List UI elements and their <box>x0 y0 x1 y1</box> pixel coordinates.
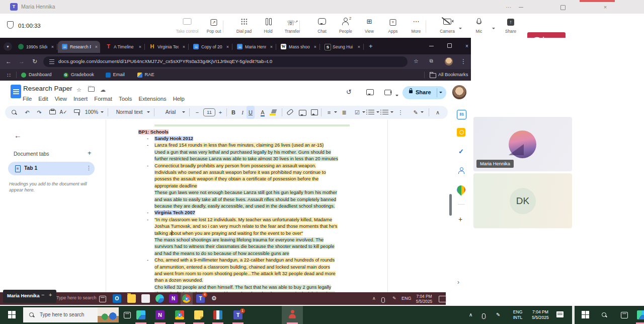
tab-close-icon[interactable]: × <box>270 43 273 50</box>
meet-video-icon[interactable] <box>384 90 391 95</box>
tab-close-icon[interactable]: × <box>358 43 360 50</box>
menu-help[interactable]: Help <box>173 96 185 102</box>
search-menus-icon[interactable] <box>12 110 16 114</box>
bookmark-item[interactable]: Dashboard <box>21 71 51 79</box>
document-line[interactable]: further restricted because Lanza was abl… <box>154 156 338 162</box>
underline-button[interactable]: U <box>247 106 255 119</box>
sticky-notes-icon[interactable] <box>194 310 203 319</box>
insert-link-icon[interactable] <box>286 109 293 116</box>
docs-share-button[interactable]: Share <box>403 86 446 99</box>
profile-avatar[interactable] <box>445 57 453 66</box>
document-line[interactable]: Joshua Turnovak, and so i can very much … <box>154 223 338 230</box>
font-size-field[interactable]: 11 <box>203 108 215 116</box>
bulleted-list-icon[interactable] <box>368 110 374 114</box>
comments-icon[interactable] <box>366 89 374 95</box>
close-button[interactable]: × <box>600 3 611 11</box>
browser-tab[interactable]: Maria Henni× <box>233 41 275 53</box>
task-view-icon[interactable] <box>124 312 131 318</box>
all-bookmarks-label[interactable]: All Bookmarks <box>438 71 468 79</box>
browser-tab[interactable]: HVirginia Tech× <box>145 41 188 53</box>
tab-options-icon[interactable]: ⋮ <box>86 165 92 171</box>
insert-image-icon[interactable] <box>311 109 318 115</box>
tab-close-icon[interactable]: × <box>139 43 141 50</box>
share-button[interactable]: ↑ Share <box>499 16 522 36</box>
browser-tab[interactable]: SSeung Hui C× <box>320 41 363 53</box>
site-info-icon[interactable] <box>49 59 54 64</box>
document-line[interactable]: These gun laws were not enough because L… <box>154 189 337 196</box>
file-explorer-icon[interactable] <box>127 294 136 303</box>
browser-tab[interactable]: TA Timeline o× <box>102 41 144 53</box>
library-app-icon[interactable] <box>213 310 222 319</box>
start-button-icon[interactable] <box>582 311 589 318</box>
language-indicator[interactable]: ENG <box>401 292 412 305</box>
browser-tab[interactable]: Research Pa× <box>58 41 100 53</box>
redo-icon[interactable]: ↷ <box>34 106 44 119</box>
version-history-icon[interactable]: ↺ <box>346 88 352 96</box>
paragraph-style-select[interactable]: Normal text <box>113 106 146 119</box>
chrome-icon[interactable] <box>175 310 184 319</box>
camera-options-chevron-icon[interactable] <box>459 28 462 31</box>
text-color-button[interactable]: A <box>261 109 264 116</box>
add-comment-icon[interactable] <box>299 110 306 116</box>
clock[interactable]: 7:04 PM 5/5/2025 <box>413 292 436 305</box>
menu-format[interactable]: Format <box>94 96 112 102</box>
teams-icon[interactable]: T4 <box>196 294 205 303</box>
hidden-icons-chevron-icon[interactable]: ∧ <box>372 292 376 305</box>
store-icon[interactable] <box>141 294 150 303</box>
hide-menus-icon[interactable]: ∧ <box>433 106 443 119</box>
camera-button[interactable]: Camera <box>436 16 459 36</box>
task-view-icon[interactable] <box>621 312 628 318</box>
forward-icon[interactable]: → <box>17 58 26 65</box>
tasks-icon[interactable]: ✓ <box>457 147 465 156</box>
apps-grid-icon[interactable]: ∷ <box>7 72 11 79</box>
menu-extensions[interactable]: Extensions <box>138 96 166 102</box>
document-line[interactable]: -Cho, armed with a 9-millimeter handgun,… <box>147 257 335 264</box>
editing-mode-pen-icon[interactable]: ✎ <box>411 106 421 119</box>
more-toolbar-icon[interactable]: ⋮ <box>395 106 406 119</box>
edge-icon[interactable] <box>155 294 164 303</box>
document-line[interactable]: possess the assault weapon if they obtai… <box>154 176 318 182</box>
font-size-decrease-button[interactable]: − <box>192 106 202 119</box>
undo-icon[interactable]: ↶ <box>22 106 32 119</box>
highlight-color-icon[interactable] <box>271 109 277 113</box>
keep-icon[interactable] <box>457 128 465 137</box>
calendar-icon[interactable]: 31 <box>457 110 466 119</box>
bookmark-item[interactable]: GGradebook <box>63 71 94 79</box>
add-addon-icon[interactable]: + <box>458 215 462 223</box>
start-button-icon[interactable] <box>8 311 16 318</box>
tab-search-chevron-icon[interactable]: ▾ <box>4 42 12 51</box>
reload-icon[interactable]: ↻ <box>30 58 39 65</box>
chrome-icon[interactable] <box>182 294 191 303</box>
menu-view[interactable]: View <box>55 96 67 102</box>
tab-close-icon[interactable]: × <box>95 43 98 50</box>
contacts-icon[interactable] <box>457 166 465 175</box>
numbered-list-icon[interactable] <box>382 110 388 114</box>
zoom-select[interactable]: 100% <box>84 106 100 119</box>
document-line[interactable]: talking about when you are praying and w… <box>154 230 303 237</box>
action-center-icon[interactable] <box>439 296 446 302</box>
font-size-increase-button[interactable]: + <box>215 106 225 119</box>
tab-close-icon[interactable]: × <box>183 43 185 50</box>
document-line[interactable]: than a dozen wounded. <box>154 277 203 284</box>
tray-pen-icon[interactable]: ✎ <box>392 292 396 305</box>
bold-button[interactable]: B <box>228 106 238 119</box>
mic-button[interactable]: Mic <box>467 16 491 36</box>
language-indicator[interactable]: ENG INTL <box>509 306 526 324</box>
share-chevron-icon[interactable] <box>439 92 442 95</box>
sidebar-tab1[interactable]: Tab 1 ⋮ <box>8 162 95 175</box>
document-line[interactable]: and was able to easily take all of these… <box>154 197 336 203</box>
action-center-icon[interactable] <box>556 311 564 317</box>
teams-icon[interactable]: T1 <box>233 310 243 319</box>
account-avatar[interactable] <box>452 85 466 99</box>
new-tab-button[interactable]: + <box>369 42 373 50</box>
browser-tab[interactable]: WMass shooti× <box>277 41 319 53</box>
meet-chevron-icon[interactable] <box>395 95 398 98</box>
document-line[interactable]: Used a gun that was very lethal and purc… <box>154 149 331 156</box>
edge-icon[interactable] <box>136 310 145 319</box>
font-select[interactable]: Arial <box>160 106 181 119</box>
menu-tools[interactable]: Tools <box>119 96 132 102</box>
onenote-icon[interactable]: N <box>169 294 178 303</box>
paint-format-icon[interactable] <box>74 109 80 113</box>
document-line[interactable]: Cho killed 32 people and then himself. T… <box>154 284 331 291</box>
document-line[interactable]: and went from room to room shooting peop… <box>154 271 336 277</box>
